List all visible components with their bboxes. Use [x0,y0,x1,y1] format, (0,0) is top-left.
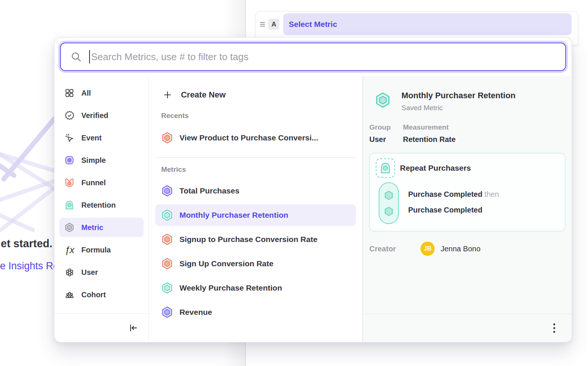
metric-picker-modal: All Verified [54,37,572,342]
sidebar-item-label: Simple [81,156,106,165]
sidebar-item-retention[interactable]: Retention [59,195,144,215]
metric-row[interactable]: Weekly Purchase Retention [155,277,356,299]
sidebar-item-label: Funnel [81,179,106,187]
metric-row-label: Monthly Purchaser Retention [179,211,288,220]
metric-detail-panel: Monthly Purchaser Retention Saved Metric… [363,76,572,342]
funnel-icon [64,177,75,188]
cohort-people-icon [64,289,75,300]
creator-avatar: JB [420,242,435,256]
modal-body: All Verified [54,76,572,342]
metric-row[interactable]: Revenue [155,301,356,323]
search-area [54,38,572,76]
detail-header: Monthly Purchaser Retention Saved Metric [369,91,566,112]
category-sidebar: All Verified [54,76,149,342]
sidebar-item-label: Event [81,134,101,142]
section-divider [155,157,356,158]
retention-metric-hexagon-icon [161,282,173,294]
retention-metric-hexagon-icon [374,92,391,109]
sidebar-item-label: Retention [81,201,116,210]
sidebar-item-funnel[interactable]: Funnel [59,173,144,192]
funnel-metric-hexagon-icon [161,131,173,144]
metric-row-selected[interactable]: Monthly Purchaser Retention [155,204,356,226]
metrics-section-label: Metrics [161,165,356,174]
definition-step-1: Purchase Completed then [408,190,499,199]
sidebar-item-user[interactable]: User [59,263,144,282]
group-value: User [369,135,403,144]
sidebar-footer [54,313,148,342]
metric-row[interactable]: Signup to Purchase Conversion Rate [155,229,356,250]
drag-handle-icon[interactable] [259,22,266,27]
metric-hexagon-icon [64,222,75,233]
sidebar-item-event[interactable]: Event [59,128,144,148]
event-cursor-icon [64,132,75,143]
sidebar-item-label: Verified [81,111,108,120]
plus-icon [161,89,174,101]
screen: et started. e Insights Re A Select Metri… [0,0,588,366]
recent-metric-row[interactable]: View Product to Purchase Conversi... [155,127,356,149]
metric-row-label: Total Purchases [179,186,240,195]
detail-footer [363,314,572,342]
sidebar-item-label: Metric [81,223,103,232]
sidebar-item-simple[interactable]: Simple [59,151,144,170]
definition-connector: then [485,190,499,198]
metric-row-label: Signup to Purchase Conversion Rate [179,235,318,244]
text-caret [89,50,90,63]
detail-subtitle: Saved Metric [401,104,516,112]
metrics-list: Total Purchases Monthly Purchaser Retent… [155,180,356,323]
metric-row-label: Revenue [179,308,212,317]
event-sequence-capsule [379,182,399,224]
sidebar-item-verified[interactable]: Verified [59,106,144,125]
search-icon [71,51,82,62]
metric-definition-card: Repeat Purchasers Purchase Completed the… [369,153,566,232]
group-label: Group [369,123,403,131]
sidebar-item-metric[interactable]: Metric [59,218,144,237]
measurement-label: Measurement [403,123,456,131]
recent-metric-label: View Product to Purchase Conversi... [179,133,318,142]
funnel-metric-hexagon-icon [161,233,173,246]
sidebar-item-cohort[interactable]: Cohort [59,285,144,304]
collapse-icon [128,323,138,333]
retention-metric-hexagon-icon [161,209,173,221]
create-new-label: Create New [181,90,226,100]
metric-list-panel: Create New Recents View Product to Purch… [149,76,363,342]
sidebar-item-formula[interactable]: ƒx Formula [59,240,144,260]
series-a-badge[interactable]: A [268,19,279,30]
creator-label: Creator [369,245,420,253]
search-field[interactable] [60,43,566,71]
retention-icon [64,199,75,211]
select-metric-button[interactable]: Select Metric [283,13,572,35]
definition-step-2: Purchase Completed [408,206,499,214]
simple-metric-icon [64,155,75,166]
measurement-value: Retention Rate [403,135,456,144]
collapse-sidebar-button[interactable] [128,323,138,333]
recents-section-label: Recents [161,112,356,120]
create-new-button[interactable]: Create New [155,86,356,103]
metric-row-label: Sign Up Conversion Rate [179,259,273,268]
search-input[interactable] [91,51,558,63]
sidebar-item-label: Cohort [81,291,106,299]
select-metric-label: Select Metric [289,20,337,29]
grid-icon [64,87,75,99]
detail-info: Group User Measurement Retention Rate [369,123,566,144]
sidebar-item-label: User [81,268,98,277]
creator-name: Jenna Bono [441,245,481,253]
sidebar-item-label: All [81,89,91,97]
formula-fx-icon: ƒx [64,244,75,255]
retention-definition-icon [376,158,395,178]
verified-badge-icon [64,110,75,121]
metric-row[interactable]: Total Purchases [155,180,356,202]
creator-row: Creator JB Jenna Bono [369,242,566,256]
funnel-metric-hexagon-icon [161,257,173,270]
metric-row[interactable]: Sign Up Conversion Rate [155,253,356,274]
simple-metric-hexagon-icon [161,184,173,197]
insights-report-link[interactable]: e Insights Re [0,260,59,272]
simple-metric-hexagon-icon [161,306,173,319]
more-options-icon[interactable] [551,321,557,335]
sidebar-item-all[interactable]: All [59,83,144,103]
definition-title: Repeat Purchasers [400,164,471,173]
event-hexagon-icon [383,206,394,217]
background-heading-fragment: et started. [1,238,53,250]
user-cluster-icon [64,267,75,278]
detail-title: Monthly Purchaser Retention [401,91,516,100]
event-hexagon-icon [383,190,394,201]
